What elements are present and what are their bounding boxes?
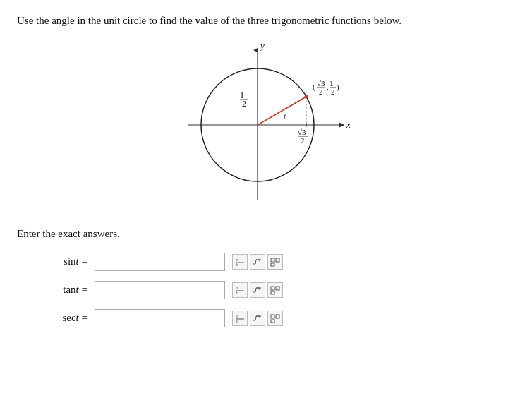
tan-input[interactable] [95,281,225,299]
svg-text:a: a [236,286,238,290]
sin-misc-btn[interactable] [267,254,283,270]
svg-text:2: 2 [242,99,246,109]
tan-row: tant = a b [37,281,515,299]
svg-rect-43 [271,315,274,318]
svg-text:√3: √3 [298,128,306,136]
diagram-area: x y t ( √3 2 , 1 2 ) √3 2 1 2 [17,42,515,211]
sin-icon-group: a b [232,254,283,270]
svg-rect-37 [276,287,279,290]
sin-fraction-btn[interactable]: a b [232,254,248,270]
svg-text:√3: √3 [317,79,325,88]
svg-text:(: ( [313,83,315,92]
diagram-container: x y t ( √3 2 , 1 2 ) √3 2 1 2 [174,42,358,211]
svg-text:y: y [259,42,265,51]
sec-input[interactable] [95,309,225,327]
tan-fraction-btn[interactable]: a b [232,282,248,298]
svg-rect-44 [276,315,279,318]
svg-rect-36 [271,287,274,290]
sin-input[interactable] [95,253,225,271]
svg-text:a: a [236,258,238,262]
unit-circle-svg: x y t ( √3 2 , 1 2 ) √3 2 1 2 [174,42,358,211]
sin-label: sint = [37,255,87,267]
svg-text:a: a [236,314,238,318]
answers-section: sint = a b [17,253,515,327]
tan-label: tant = [37,284,87,296]
svg-line-3 [258,97,306,125]
sec-label: sect = [37,312,87,324]
tan-misc-btn[interactable] [267,282,283,298]
instruction-text: Use the angle in the unit circle to find… [17,13,515,29]
svg-text:): ) [337,83,339,92]
svg-rect-30 [276,258,279,262]
tan-icon-group: a b [232,282,283,298]
svg-point-5 [305,95,308,98]
sec-misc-btn[interactable] [267,311,283,326]
svg-text:2: 2 [319,88,323,96]
svg-text:1: 1 [330,79,334,88]
tan-sqrt-btn[interactable] [250,282,265,298]
svg-rect-29 [271,258,274,262]
sec-icon-group: a b [232,311,283,326]
svg-rect-31 [271,263,274,266]
enter-exact-text: Enter the exact answers. [17,228,515,240]
sec-row: sect = a b [37,309,515,327]
svg-text:x: x [346,119,351,130]
svg-rect-45 [271,320,274,323]
svg-text:2: 2 [331,88,335,96]
svg-text:b: b [236,319,238,323]
svg-text:2: 2 [301,136,305,145]
svg-text:b: b [236,263,238,267]
sin-row: sint = a b [37,253,515,271]
svg-text:b: b [236,291,238,295]
svg-rect-38 [271,291,274,294]
svg-text:,: , [327,83,329,91]
sin-sqrt-btn[interactable] [250,254,265,270]
svg-text:t: t [284,112,286,121]
sec-sqrt-btn[interactable] [250,311,265,326]
sec-fraction-btn[interactable]: a b [232,311,248,326]
